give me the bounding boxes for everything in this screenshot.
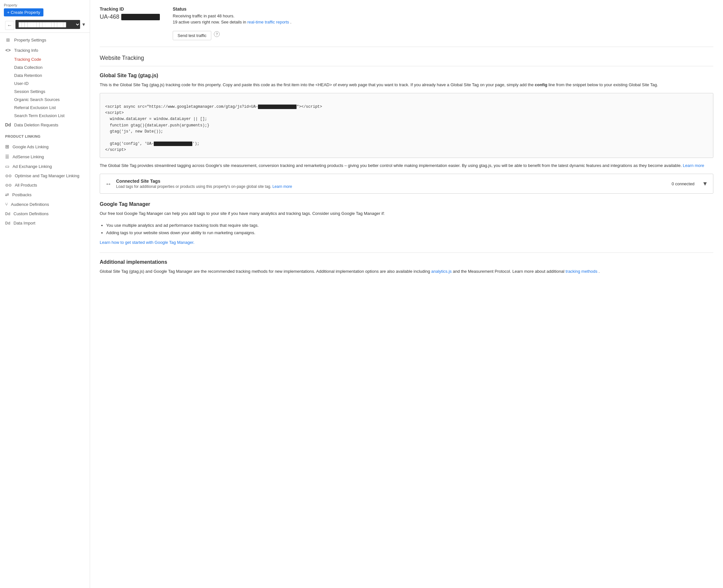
gtm-learn-link[interactable]: Learn how to get started with Google Tag… <box>100 240 195 245</box>
additional-title: Additional implementations <box>100 259 714 265</box>
sidebar-header: Property + Create Property ← ███████████… <box>0 0 90 33</box>
status-label: Status <box>173 6 291 12</box>
gtm-title: Google Tag Manager <box>100 201 714 207</box>
status-block: Status Receiving traffic in past 48 hour… <box>173 6 291 40</box>
gtm-bullet-1: You use multiple analytics and ad perfor… <box>106 222 714 229</box>
sidebar-item-audience-definitions[interactable]: ⑂ Audience Definitions <box>0 200 90 209</box>
data-deletion-icon: Dd <box>5 122 11 128</box>
sidebar-item-search-term-exclusion-list[interactable]: Search Term Exclusion List <box>0 112 90 120</box>
real-time-traffic-link[interactable]: real-time traffic reports <box>247 20 289 24</box>
data-import-icon: Dd <box>5 221 10 226</box>
divider-1 <box>100 66 714 66</box>
sidebar-item-optimise-tag-manager[interactable]: ⊙⊙ Optimise and Tag Manager Linking <box>0 171 90 181</box>
sidebar-item-data-deletion-requests[interactable]: Dd Data Deletion Requests <box>0 120 90 130</box>
status-line1: Receiving traffic in past 48 hours. <box>173 14 291 18</box>
gtm-section: Google Tag Manager Our free tool Google … <box>100 201 714 245</box>
code-redacted-1 <box>258 105 297 109</box>
property-dropdown-row: ← ████████████████ ▼ <box>4 19 86 30</box>
connected-tags-title: Connected Site Tags <box>116 178 667 184</box>
divider-2 <box>100 252 714 253</box>
sidebar-item-organic-search-sources[interactable]: Organic Search Sources <box>0 96 90 104</box>
status-line2: 19 active users right now. See details i… <box>173 20 291 24</box>
tracking-methods-link[interactable]: tracking methods <box>566 269 597 274</box>
streamlined-text: The Global Site Tag provides streamlined… <box>100 163 714 169</box>
connected-tags-info: Connected Site Tags Load tags for additi… <box>116 178 667 189</box>
audience-icon: ⑂ <box>5 202 8 207</box>
tracking-info-label: Tracking Info <box>14 48 38 53</box>
help-icon[interactable]: ? <box>214 31 220 37</box>
all-products-icon: ⊙⊙ <box>5 183 12 188</box>
additional-description: Global Site Tag (gtag.js) and Google Tag… <box>100 268 714 275</box>
nav-section-main: ⊞ Property Settings <> Tracking Info Tra… <box>0 33 90 132</box>
main-content: Tracking ID UA-468 Status Receiving traf… <box>90 0 723 588</box>
sidebar-item-ad-exchange-linking[interactable]: ▭ Ad Exchange Linking <box>0 162 90 171</box>
connected-tags-icon: ↔ <box>105 180 112 188</box>
adsense-icon: ☰ <box>5 154 9 159</box>
additional-implementations-section: Additional implementations Global Site T… <box>100 259 714 275</box>
learn-more-gst-link[interactable]: Learn more <box>683 163 704 168</box>
gst-description: This is the Global Site Tag (gtag.js) tr… <box>100 82 714 88</box>
tracking-id-label: Tracking ID <box>100 6 160 12</box>
google-ads-icon: ⊞ <box>5 144 9 150</box>
product-linking-header: PRODUCT LINKING <box>0 132 90 140</box>
dropdown-arrow-icon[interactable]: ▼ <box>81 22 86 27</box>
tracking-id-value: UA-468 <box>100 14 160 20</box>
connected-tags-learn-more-link[interactable]: Learn more <box>272 184 292 189</box>
ad-exchange-icon: ▭ <box>5 164 9 169</box>
sidebar-item-data-retention[interactable]: Data Retention <box>0 71 90 80</box>
property-settings-icon: ⊞ <box>5 37 11 43</box>
sidebar-item-data-collection[interactable]: Data Collection <box>0 63 90 71</box>
sidebar-item-custom-definitions[interactable]: Dd Custom Definitions <box>0 209 90 218</box>
optimise-icon: ⊙⊙ <box>5 174 12 178</box>
sidebar-item-all-products[interactable]: ⊙⊙ All Products <box>0 181 90 190</box>
website-tracking-title: Website Tracking <box>100 55 714 61</box>
postbacks-icon: ⇄ <box>5 192 9 197</box>
connected-tags-desc: Load tags for additional properties or p… <box>116 184 667 189</box>
property-settings-label: Property Settings <box>14 38 46 42</box>
sidebar-item-user-id[interactable]: User-ID <box>0 80 90 87</box>
tracking-id-redacted <box>121 14 160 20</box>
connected-site-tags-box[interactable]: ↔ Connected Site Tags Load tags for addi… <box>100 174 714 194</box>
gtm-description: Our free tool Google Tag Manager can hel… <box>100 210 714 217</box>
data-deletion-label: Data Deletion Requests <box>14 123 58 127</box>
sidebar-item-postbacks[interactable]: ⇄ Postbacks <box>0 190 90 200</box>
gtm-bullet-2: Adding tags to your website slows down y… <box>106 229 714 236</box>
sidebar-item-referral-exclusion-list[interactable]: Referral Exclusion List <box>0 104 90 112</box>
top-info-section: Tracking ID UA-468 Status Receiving traf… <box>100 6 714 47</box>
analytics-js-link[interactable]: analytics.js <box>431 269 452 274</box>
global-site-tag-title: Global Site Tag (gtag.js) <box>100 73 714 79</box>
nav-section-product-linking: ⊞ Google Ads Linking ☰ AdSense Linking ▭… <box>0 140 90 230</box>
connected-count: 0 connected <box>672 182 694 186</box>
back-button[interactable]: ← <box>5 21 14 30</box>
sidebar: Property + Create Property ← ███████████… <box>0 0 90 588</box>
create-property-button[interactable]: + Create Property <box>4 8 43 16</box>
property-dropdown[interactable]: ████████████████ <box>16 20 80 29</box>
code-redacted-2 <box>154 142 192 146</box>
sidebar-item-adsense-linking[interactable]: ☰ AdSense Linking <box>0 152 90 162</box>
sidebar-item-tracking-code[interactable]: Tracking Code <box>0 55 90 63</box>
connected-tags-expand-icon[interactable]: ▼ <box>702 181 708 187</box>
property-label: Property <box>4 3 86 7</box>
sidebar-item-property-settings[interactable]: ⊞ Property Settings <box>0 35 90 45</box>
tracking-code-block[interactable]: <script async src="https://www.googletag… <box>100 93 714 158</box>
sidebar-item-google-ads-linking[interactable]: ⊞ Google Ads Linking <box>0 142 90 152</box>
gtm-bullet-list: You use multiple analytics and ad perfor… <box>100 222 714 237</box>
send-test-traffic-button[interactable]: Send test traffic <box>173 31 211 40</box>
sidebar-item-session-settings[interactable]: Session Settings <box>0 87 90 96</box>
sidebar-item-data-import[interactable]: Dd Data Import <box>0 218 90 228</box>
custom-definitions-icon: Dd <box>5 212 10 216</box>
tracking-info-icon: <> <box>5 47 11 53</box>
tracking-id-block: Tracking ID UA-468 <box>100 6 160 40</box>
sidebar-item-tracking-info[interactable]: <> Tracking Info <box>0 45 90 55</box>
